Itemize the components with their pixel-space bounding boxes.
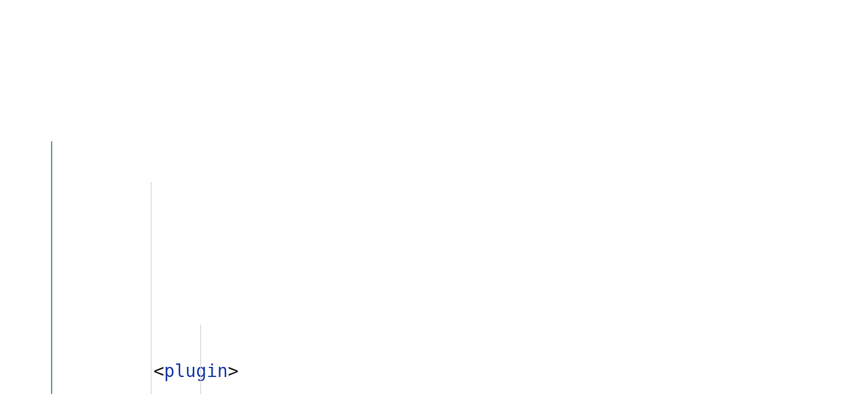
angle-bracket-open: < [153, 361, 164, 381]
code-editor[interactable]: <plugin> <groupId>org.apache.maven.plugi… [0, 141, 868, 394]
tag-plugin-open: plugin [164, 361, 228, 381]
code-content[interactable]: <plugin> <groupId>org.apache.maven.plugi… [51, 318, 868, 394]
code-line[interactable]: <plugin> [58, 361, 238, 381]
indent-guide [151, 182, 151, 394]
indent-guide [200, 325, 201, 394]
fold-indicator-line [51, 141, 52, 394]
angle-bracket-close: > [228, 361, 238, 381]
